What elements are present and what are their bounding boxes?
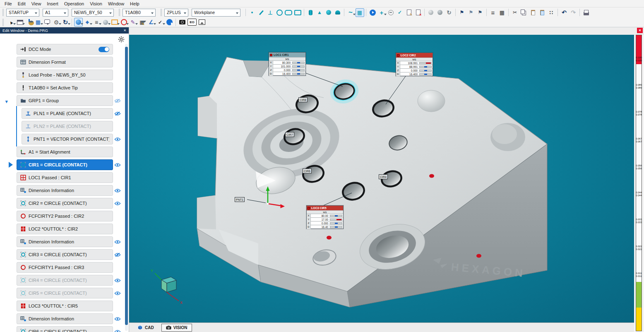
tree-item-pln2[interactable]: PLN2 = PLANE (CONTACT) — [22, 121, 122, 132]
probe-dropdown[interactable]: NEW5_BY_50 — [72, 9, 114, 17]
tab-vision[interactable]: VISION — [161, 324, 192, 332]
probe-position-icon[interactable] — [83, 18, 92, 26]
pattern-icon[interactable] — [547, 8, 556, 17]
select-cursor-icon[interactable] — [7, 18, 15, 26]
cad-viewport[interactable]: X Y HEXAGON LOC1 CIR1MSX80.300Y101.000Z0… — [129, 35, 634, 322]
toolbar-grip[interactable] — [2, 9, 5, 16]
report-window-icon[interactable] — [498, 8, 507, 17]
window-layout-icon[interactable] — [16, 18, 24, 26]
menu-operation[interactable]: Operation — [61, 1, 87, 7]
eye-icon[interactable] — [113, 198, 122, 209]
rect-zone-icon[interactable] — [111, 18, 119, 26]
eye-icon[interactable] — [113, 313, 122, 324]
execute-program-icon[interactable] — [368, 8, 377, 17]
comment-icon[interactable] — [43, 18, 52, 26]
eo-button[interactable]: EO — [187, 19, 197, 26]
callout-LOC2-CIR2[interactable]: LOC2 CIR2MSX108.991Y88.991Z0.000D16.400 — [396, 53, 433, 76]
edit-report-icon[interactable] — [405, 8, 413, 17]
eye-icon[interactable] — [113, 275, 122, 286]
paste-special-icon[interactable] — [538, 8, 547, 17]
image-capture-icon[interactable] — [198, 18, 207, 26]
cad-shaded-icon[interactable] — [427, 8, 435, 17]
tree-item-dim-info-3[interactable]: Dimension Information — [17, 313, 122, 324]
workplane-dropdown[interactable]: Workplane — [192, 9, 240, 17]
tree-item-pill[interactable]: LOC1 Passed : CIR1 — [17, 172, 113, 183]
menu-vision[interactable]: Vision — [87, 1, 105, 7]
tree-item-pill[interactable]: PLN2 = PLANE (CONTACT) — [22, 121, 113, 132]
measure-cone-icon[interactable] — [315, 8, 324, 17]
eye-icon[interactable] — [113, 326, 122, 332]
tree-item-loc3[interactable]: LOC3 *OUTTOL* : CIR5 — [17, 301, 122, 311]
tree-item-pill[interactable]: FCFCIRTY1 Passed : CIR3 — [17, 262, 113, 273]
mark-set-icon[interactable] — [396, 8, 404, 17]
eye-icon[interactable] — [113, 185, 122, 196]
toolbar-grip[interactable] — [161, 9, 163, 16]
close-icon[interactable] — [122, 28, 127, 33]
tree-item-cir6[interactable]: CIR6 = CIRCLE (CONTACT) — [17, 326, 122, 332]
circle-zone-icon[interactable] — [120, 18, 128, 26]
redo-icon[interactable] — [569, 8, 578, 17]
optimize-path-icon[interactable] — [52, 18, 61, 26]
measure-sphere-icon[interactable] — [324, 8, 333, 17]
refresh-view-icon[interactable] — [445, 8, 454, 17]
summary-mode-icon[interactable] — [489, 8, 497, 17]
tree-item-dim-info-1[interactable]: Dimension Information — [17, 185, 122, 196]
bookmark-next-icon[interactable] — [476, 8, 485, 17]
dcc-mode-toggle[interactable] — [99, 47, 109, 52]
menu-view[interactable]: View — [29, 1, 44, 7]
measure-cylinder-icon[interactable] — [306, 8, 315, 17]
tip-dropdown[interactable]: T1A0B0 — [123, 9, 156, 17]
tree-item-loc1[interactable]: LOC1 Passed : CIR1 — [17, 172, 122, 183]
bookmark-prev-icon[interactable] — [467, 8, 476, 17]
feature-label-CIR8[interactable]: CIR8 — [298, 97, 308, 102]
color-scale-close-icon[interactable] — [637, 28, 643, 33]
fixture-list-icon[interactable] — [92, 18, 101, 26]
view-dropdown[interactable]: ZPLUS — [164, 9, 188, 17]
menu-window[interactable]: Window — [105, 1, 127, 7]
measure-point-icon[interactable] — [248, 8, 257, 17]
menu-insert[interactable]: Insert — [44, 1, 61, 7]
tree-item-pln1[interactable]: PLN1 = PLANE (CONTACT) — [22, 108, 122, 119]
tree-item-pill[interactable]: LOC2 *OUTTOL* : CIR2 — [17, 224, 113, 234]
menu-file[interactable]: File — [2, 1, 15, 7]
eye-icon[interactable] — [113, 236, 122, 247]
tree-item-grp1[interactable]: GRP1 = Group — [17, 95, 122, 106]
cad-model-icon[interactable] — [101, 18, 110, 26]
tree-item-loc2[interactable]: LOC2 *OUTTOL* : CIR2 — [17, 224, 122, 234]
angle-icon[interactable] — [147, 18, 156, 26]
tree-item-pill[interactable]: Load Probe - NEW5_BY_50 — [17, 70, 113, 80]
bookmark-icon[interactable] — [458, 8, 466, 17]
insert-feature-icon[interactable] — [34, 18, 43, 26]
tree-item-pill[interactable]: Dimension Information — [17, 185, 113, 196]
undo-icon[interactable] — [560, 8, 569, 17]
alignment-dropdown[interactable]: A1 — [43, 9, 68, 17]
tree-item-dcc-mode[interactable]: DCC Mode — [17, 44, 122, 55]
edit-window-scrollbar[interactable] — [125, 44, 128, 331]
sketch-icon[interactable] — [129, 18, 137, 26]
tree-item-pill[interactable]: T1A0B0 = Set Active Tip — [17, 82, 113, 93]
tab-cad[interactable]: CAD — [133, 324, 158, 332]
tree-item-pill[interactable]: GRP1 = Group — [17, 95, 113, 106]
measure-line-icon[interactable] — [257, 8, 266, 17]
measure-round-slot-icon[interactable] — [284, 8, 293, 17]
tree-item-pill[interactable]: CIR5 = CIRCLE (CONTACT) — [17, 288, 113, 298]
rotate-view-icon[interactable] — [61, 18, 70, 26]
program-dropdown[interactable]: STARTUP — [6, 9, 39, 17]
insert-comment-icon[interactable] — [387, 8, 395, 17]
tree-item-pill[interactable]: CIR1 = CIRCLE (CONTACT) — [17, 159, 113, 170]
print-icon[interactable] — [582, 8, 591, 17]
gage-icon[interactable] — [138, 18, 147, 26]
tree-item-pill[interactable]: PLN1 = PLANE (CONTACT) — [22, 108, 113, 119]
gear-icon[interactable] — [118, 36, 125, 43]
tree-item-pill[interactable]: CIR6 = CIRCLE (CONTACT) — [17, 326, 113, 332]
feature-label-PNT1[interactable]: PNT1 — [235, 197, 245, 202]
tree-item-cir1[interactable]: CIR1 = CIRCLE (CONTACT) — [17, 159, 122, 170]
insert-point-icon[interactable] — [377, 8, 386, 17]
copy-icon[interactable] — [520, 8, 529, 17]
tree-item-cir5[interactable]: CIR5 = CIRCLE (CONTACT) — [17, 288, 122, 298]
feature-label-CIR7[interactable]: CIR7 — [285, 132, 294, 137]
eye-off-icon[interactable] — [113, 95, 122, 106]
feature-label-CIR4[interactable]: CIR4 — [379, 174, 388, 179]
tree-item-cir2[interactable]: CIR2 = CIRCLE (CONTACT) — [17, 198, 122, 209]
tree-item-pill[interactable]: CIR2 = CIRCLE (CONTACT) — [17, 198, 113, 209]
